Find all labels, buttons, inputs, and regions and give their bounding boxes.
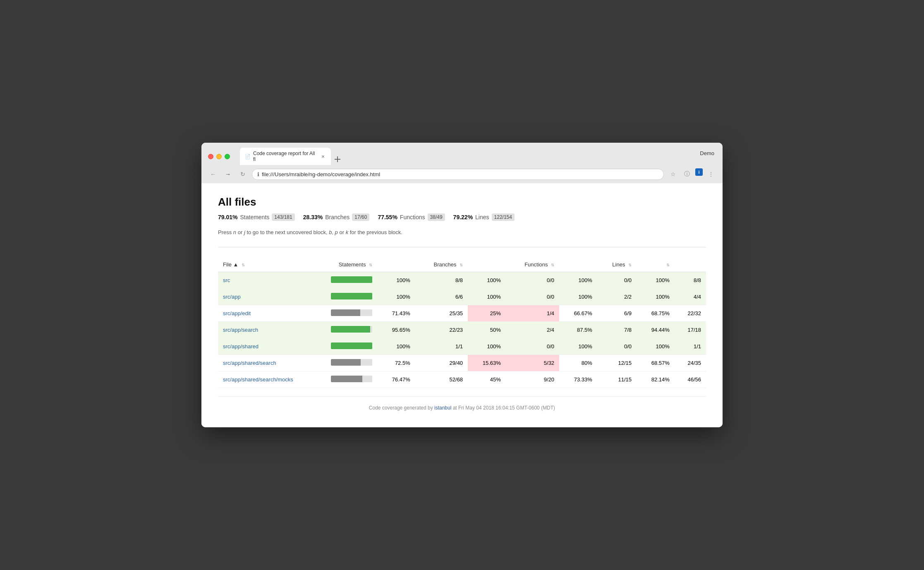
functions-label: Functions: [400, 214, 425, 220]
info-button[interactable]: ⓘ: [681, 168, 693, 180]
coverage-bar: [331, 293, 372, 299]
reload-button[interactable]: ↻: [237, 168, 249, 180]
new-tab-button[interactable]: [332, 153, 343, 165]
functions-pct: 77.55%: [378, 214, 397, 220]
tab-page-icon: 📄: [245, 154, 251, 159]
bar-cell: [326, 322, 377, 338]
bar-cell: [326, 305, 377, 322]
line-count-cell: 22/32: [675, 305, 706, 322]
branch-count-cell: 2/4: [506, 322, 559, 338]
address-bar[interactable]: ℹ file:///Users/mraible/ng-demo/coverage…: [252, 169, 664, 180]
minimize-button[interactable]: [216, 154, 222, 159]
file-link[interactable]: src/app/edit: [223, 310, 251, 316]
col-functions[interactable]: Functions ⇅: [506, 257, 559, 272]
func-count-cell: 0/0: [597, 338, 637, 355]
file-link[interactable]: src/app: [223, 294, 241, 300]
col-branches-count: [468, 257, 506, 272]
table-row: src/app/edit 71.43% 25/35 25% 1/4 66.67%…: [218, 305, 706, 322]
page-title: All files: [218, 196, 706, 208]
istanbul-link[interactable]: istanbul: [434, 405, 451, 411]
branches-badge: 17/60: [352, 213, 369, 221]
functions-summary: 77.55% Functions 38/49: [378, 213, 445, 221]
file-link[interactable]: src/app/search: [223, 327, 258, 333]
bar-cell: [326, 338, 377, 355]
col-lines-count: ⇅: [637, 257, 675, 272]
bar-fill: [331, 376, 362, 382]
line-count-cell: 8/8: [675, 272, 706, 289]
bar-fill: [331, 326, 370, 333]
close-button[interactable]: [208, 154, 213, 159]
stmt-pct-cell: 95.65%: [377, 322, 415, 338]
table-row: src/app/shared/search/mocks 76.47% 52/68…: [218, 371, 706, 388]
coverage-bar: [331, 276, 372, 283]
file-cell: src/app/edit: [218, 305, 326, 322]
section-divider: [218, 247, 706, 247]
forward-button[interactable]: →: [222, 168, 234, 180]
lines-label: Lines: [475, 214, 489, 220]
branch-count-cell: 5/32: [506, 355, 559, 371]
file-cell: src/app: [218, 289, 326, 305]
summary-bar: 79.01% Statements 143/181 28.33% Branche…: [218, 213, 706, 221]
tab-bar: 📄 Code coverage report for All fi ✕: [240, 148, 343, 165]
maximize-button[interactable]: [225, 154, 230, 159]
coverage-table: File ▲ ⇅ Statements ⇅ Branches ⇅ Functio…: [218, 257, 706, 388]
file-link[interactable]: src/app/shared/search: [223, 360, 276, 366]
line-count-cell: 46/56: [675, 371, 706, 388]
menu-button[interactable]: ⋮: [705, 168, 717, 180]
statements-label: Statements: [240, 214, 269, 220]
svg-rect-1: [335, 159, 340, 160]
coverage-bar: [331, 376, 372, 382]
branch-count-cell: 1/4: [506, 305, 559, 322]
file-link[interactable]: src/app/shared/search/mocks: [223, 376, 293, 383]
stmt-pct-cell: 76.47%: [377, 371, 415, 388]
footer-prefix: Code coverage generated by: [369, 405, 434, 411]
file-cell: src/app/shared: [218, 338, 326, 355]
file-link[interactable]: src: [223, 277, 230, 283]
col-file[interactable]: File ▲ ⇅: [218, 257, 326, 272]
coverage-bar: [331, 326, 372, 333]
stmt-count-cell: 1/1: [415, 338, 468, 355]
back-button[interactable]: ←: [207, 168, 219, 180]
bookmark-button[interactable]: ☆: [667, 168, 679, 180]
file-link[interactable]: src/app/shared: [223, 343, 259, 350]
statements-pct: 79.01%: [218, 214, 237, 220]
extension-icon[interactable]: i: [695, 168, 703, 176]
col-statements[interactable]: Statements ⇅: [326, 257, 377, 272]
stmt-count-cell: 29/40: [415, 355, 468, 371]
nav-actions: ☆ ⓘ i ⋮: [667, 168, 717, 180]
func-count-cell: 11/15: [597, 371, 637, 388]
line-pct-cell: 82.14%: [637, 371, 675, 388]
branch-count-cell: 0/0: [506, 272, 559, 289]
active-tab[interactable]: 📄 Code coverage report for All fi ✕: [240, 148, 331, 165]
coverage-bar: [331, 359, 372, 366]
branches-label: Branches: [325, 214, 349, 220]
bar-cell: [326, 289, 377, 305]
table-row: src/app 100% 6/6 100% 0/0 100% 2/2 100% …: [218, 289, 706, 305]
func-count-cell: 6/9: [597, 305, 637, 322]
func-pct-cell: 73.33%: [559, 371, 597, 388]
branch-pct-cell: 50%: [468, 322, 506, 338]
lines-summary: 79.22% Lines 122/154: [453, 213, 515, 221]
tab-close-button[interactable]: ✕: [320, 153, 326, 159]
stmt-count-cell: 25/35: [415, 305, 468, 322]
table-row: src/app/search 95.65% 22/23 50% 2/4 87.5…: [218, 322, 706, 338]
func-pct-cell: 100%: [559, 289, 597, 305]
col-lines[interactable]: Lines ⇅: [597, 257, 637, 272]
line-pct-cell: 100%: [637, 272, 675, 289]
func-count-cell: 7/8: [597, 322, 637, 338]
branch-pct-cell: 100%: [468, 289, 506, 305]
statements-badge: 143/181: [272, 213, 294, 221]
functions-badge: 38/49: [428, 213, 445, 221]
line-pct-cell: 100%: [637, 289, 675, 305]
title-bar: 📄 Code coverage report for All fi ✕ Demo: [201, 143, 723, 165]
line-pct-cell: 68.75%: [637, 305, 675, 322]
bar-cell: [326, 355, 377, 371]
bar-fill: [331, 293, 372, 299]
hint-text: Press n or j to go to the next uncovered…: [218, 229, 706, 235]
lines-badge: 122/154: [492, 213, 515, 221]
file-cell: src/app/shared/search: [218, 355, 326, 371]
func-count-cell: 12/15: [597, 355, 637, 371]
file-cell: src/app/shared/search/mocks: [218, 371, 326, 388]
col-branches[interactable]: Branches ⇅: [415, 257, 468, 272]
bar-fill: [331, 276, 372, 283]
